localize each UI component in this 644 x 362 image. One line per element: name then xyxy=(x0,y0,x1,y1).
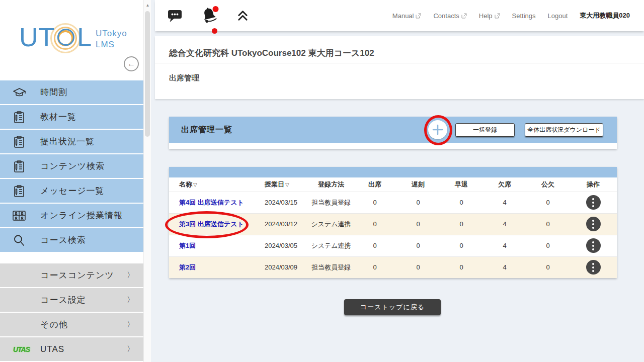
sidebar-menu: 時間割 教材一覧 提出状況一覧 コンテンツ検索 メッセージ一覧 xyxy=(0,80,143,253)
early-leave-count: 0 xyxy=(440,256,483,278)
collapse-topbar-icon[interactable] xyxy=(236,10,249,22)
sidebar-item-course-search[interactable]: コース検索 xyxy=(0,228,143,252)
course-search-icon xyxy=(12,233,26,247)
nav-link-logout[interactable]: Logout xyxy=(548,12,568,20)
table-top-strip xyxy=(169,167,617,177)
sidebar-item-messages[interactable]: メッセージ一覧 xyxy=(0,179,143,203)
attendance-record-link[interactable]: 第1回 xyxy=(179,242,196,249)
attendance-table: 名称▽ 授業日▽ 登録方法 出席 遅刻 早退 欠席 公欠 操作 第4回 出席送信… xyxy=(169,177,617,278)
external-link-icon xyxy=(416,13,421,19)
late-count: 0 xyxy=(396,256,440,278)
online-class-icon xyxy=(12,209,26,223)
attendance-list-title: 出席管理一覧 xyxy=(181,125,232,135)
sidebar-item-materials[interactable]: 教材一覧 xyxy=(0,105,143,129)
sidebar-item-timetable[interactable]: 時間割 xyxy=(0,80,143,104)
page-title: 出席管理 xyxy=(169,73,199,83)
late-count: 0 xyxy=(396,192,440,213)
scrollbar-thumb[interactable] xyxy=(145,11,150,137)
attendance-table-panel: 名称▽ 授業日▽ 登録方法 出席 遅刻 早退 欠席 公欠 操作 第4回 出席送信… xyxy=(169,167,617,278)
table-row: 第4回 出席送信テスト 2024/03/15 担当教員登録 0 0 0 4 0 xyxy=(169,192,617,213)
present-count: 0 xyxy=(353,192,396,213)
back-to-course-top-button[interactable]: コーストップに戻る xyxy=(344,299,441,315)
chevron-right-icon: 〉 xyxy=(127,344,134,354)
logo-subtitle-1: UTokyo xyxy=(96,28,127,39)
sidebar-item-label: オンライン授業情報 xyxy=(40,210,123,221)
excused-count: 0 xyxy=(526,235,570,256)
column-header-method: 登録方法 xyxy=(309,177,353,192)
sort-icon: ▽ xyxy=(193,182,197,188)
column-header-name[interactable]: 名称▽ xyxy=(169,177,265,192)
chat-icon[interactable] xyxy=(168,9,183,23)
sidebar: UTL UTokyo LMS ← 時間割 教材一覧 提出状況一覧 xyxy=(0,0,143,362)
nav-link-manual[interactable]: Manual xyxy=(392,12,422,20)
content-search-icon xyxy=(12,159,26,173)
nav-link-contacts[interactable]: Contacts xyxy=(433,12,466,20)
sidebar-item-submissions[interactable]: 提出状況一覧 xyxy=(0,130,143,153)
messages-icon xyxy=(12,184,26,198)
early-leave-count: 0 xyxy=(440,213,483,235)
sidebar-group-label: コース設定 xyxy=(40,294,86,306)
early-leave-count: 0 xyxy=(440,235,483,256)
attendance-record-link[interactable]: 第3回 出席送信テスト xyxy=(179,220,244,228)
plus-icon xyxy=(432,124,443,135)
sidebar-item-label: 時間割 xyxy=(40,86,67,98)
column-header-actions: 操作 xyxy=(570,177,617,192)
user-name[interactable]: 東大用教職員020 xyxy=(580,11,630,20)
sidebar-group-others[interactable]: その他 〉 xyxy=(0,313,143,336)
absent-count: 4 xyxy=(483,192,526,213)
chevron-right-icon: 〉 xyxy=(127,270,134,280)
sidebar-item-label: コース検索 xyxy=(40,234,86,246)
sidebar-group-label: コースコンテンツ xyxy=(40,269,114,281)
download-all-attendance-button[interactable]: 全体出席状況ダウンロード xyxy=(525,123,603,137)
column-header-date[interactable]: 授業日▽ xyxy=(265,177,309,192)
sidebar-group-course-settings[interactable]: コース設定 〉 xyxy=(0,288,143,312)
notification-bell-icon[interactable] xyxy=(200,6,219,26)
present-count: 0 xyxy=(353,235,396,256)
logo-o-icon xyxy=(57,29,74,46)
sidebar-group-course-contents[interactable]: コースコンテンツ 〉 xyxy=(0,263,143,287)
column-header-absent: 欠席 xyxy=(483,177,526,192)
add-attendance-button[interactable] xyxy=(428,120,447,139)
scrollbar-up-arrow-icon[interactable]: ▲ xyxy=(144,3,151,8)
sidebar-group-label: その他 xyxy=(40,319,68,330)
row-actions-kebab-button[interactable] xyxy=(586,260,601,275)
early-leave-count: 0 xyxy=(440,192,483,213)
absent-count: 4 xyxy=(483,256,526,278)
attendance-record-link[interactable]: 第2回 xyxy=(179,263,196,271)
column-header-excused: 公欠 xyxy=(526,177,570,192)
materials-icon xyxy=(12,110,26,124)
top-bar: Manual Contacts Help Settings Logout 東大用… xyxy=(155,0,644,31)
absent-count: 4 xyxy=(483,235,526,256)
logo-letter: UT xyxy=(19,22,55,52)
attendance-record-link[interactable]: 第4回 出席送信テスト xyxy=(179,199,244,206)
late-count: 0 xyxy=(396,235,440,256)
sidebar-item-online-class[interactable]: オンライン授業情報 xyxy=(0,204,143,227)
sidebar-groups: コースコンテンツ 〉 コース設定 〉 その他 〉 UTAS UTAS 〉 xyxy=(0,263,143,362)
sidebar-item-content-search[interactable]: コンテンツ検索 xyxy=(0,154,143,178)
excused-count: 0 xyxy=(526,256,570,278)
nav-link-settings[interactable]: Settings xyxy=(512,12,536,20)
sort-icon: ▽ xyxy=(285,182,289,188)
sidebar-scrollbar[interactable]: ▲ xyxy=(143,0,151,362)
sidebar-collapse-button[interactable]: ← xyxy=(124,56,139,71)
row-actions-kebab-button[interactable] xyxy=(586,217,601,231)
logo-letter: L xyxy=(77,22,92,52)
notification-badge xyxy=(213,6,219,12)
table-row: 第2回 2024/03/09 担当教員登録 0 0 0 4 0 xyxy=(169,256,617,278)
sidebar-group-label: UTAS xyxy=(40,344,64,354)
nav-link-help[interactable]: Help xyxy=(479,12,500,20)
register-method: 担当教員登録 xyxy=(309,192,353,213)
attendance-list-header: 出席管理一覧 一括登録 全体出席状況ダウンロード xyxy=(169,117,617,143)
arrow-left-icon: ← xyxy=(127,59,135,68)
utas-logo-icon: UTAS xyxy=(13,345,30,353)
sidebar-group-utas[interactable]: UTAS UTAS 〉 xyxy=(0,337,143,361)
chevron-right-icon: 〉 xyxy=(127,320,134,329)
row-actions-kebab-button[interactable] xyxy=(586,195,601,210)
graduation-cap-icon xyxy=(12,85,26,100)
sidebar-item-label: コンテンツ検索 xyxy=(40,160,105,172)
late-count: 0 xyxy=(396,213,440,235)
bulk-register-button[interactable]: 一括登録 xyxy=(455,123,515,137)
row-actions-kebab-button[interactable] xyxy=(586,238,601,253)
column-header-early-leave: 早退 xyxy=(440,177,483,192)
class-date: 2024/03/09 xyxy=(265,256,309,278)
